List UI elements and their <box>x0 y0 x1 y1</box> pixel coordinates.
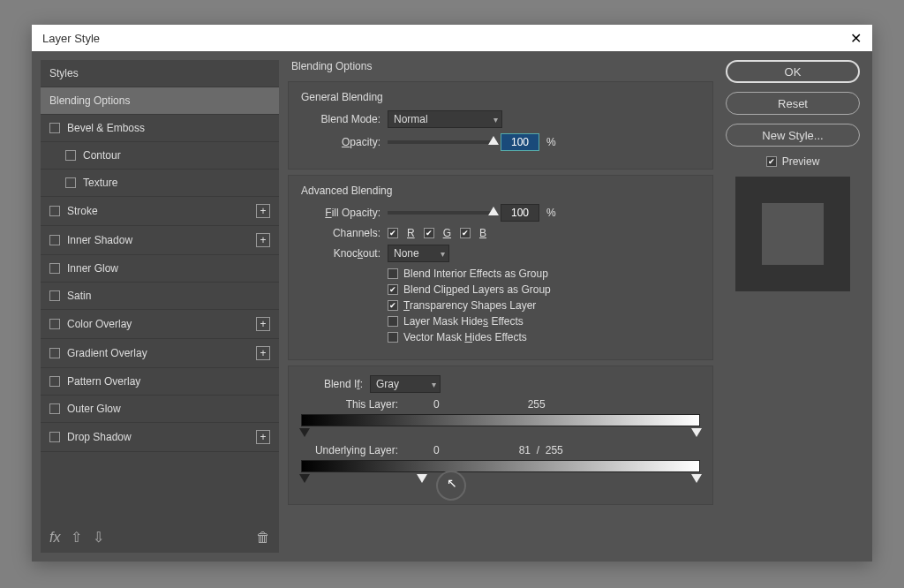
vector-mask-hides-label: Vector Mask Hides Effects <box>403 331 527 343</box>
plus-icon[interactable]: + <box>256 430 270 444</box>
sidebar-item-label: Gradient Overlay <box>67 347 147 359</box>
center-panel: Blending Options General Blending Blend … <box>288 60 713 553</box>
sidebar-item-label: Pattern Overlay <box>67 375 140 388</box>
checkbox-icon[interactable] <box>49 206 60 216</box>
plus-icon[interactable]: + <box>256 317 270 331</box>
sidebar-item-label: Outer Glow <box>67 403 121 415</box>
sidebar-item-contour[interactable]: Contour <box>41 142 279 170</box>
up-arrow-icon[interactable]: ⇧ <box>71 529 82 546</box>
panel-title: Blending Options <box>288 60 713 76</box>
sidebar-item-label: Contour <box>83 149 121 162</box>
sidebar-item-outer-glow[interactable]: Outer Glow <box>41 396 279 423</box>
sidebar-item-bevel-emboss[interactable]: Bevel & Emboss <box>41 115 279 142</box>
titlebar: Layer Style ✕ <box>32 25 872 51</box>
channel-b-label: B <box>479 227 486 239</box>
layer-style-dialog: Layer Style ✕ Styles Blending Options Be… <box>32 25 872 562</box>
new-style-button[interactable]: New Style... <box>726 124 860 147</box>
checkbox-icon[interactable] <box>49 235 60 245</box>
vector-mask-hides-checkbox[interactable] <box>388 332 398 343</box>
checkbox-icon[interactable] <box>49 432 60 442</box>
sidebar-item-inner-glow[interactable]: Inner Glow <box>41 255 279 283</box>
group-label: Advanced Blending <box>301 185 700 197</box>
checkbox-icon[interactable] <box>49 263 60 274</box>
group-label: General Blending <box>301 91 700 103</box>
fx-icon[interactable]: fx <box>49 530 60 546</box>
slider-thumb-icon[interactable] <box>488 136 499 145</box>
channel-b-checkbox[interactable] <box>460 228 471 238</box>
close-icon[interactable]: ✕ <box>850 30 862 47</box>
checkbox-icon[interactable] <box>49 123 60 133</box>
black-stop-icon[interactable] <box>299 428 310 437</box>
slider-thumb-icon[interactable] <box>488 207 499 215</box>
ok-button[interactable]: OK <box>726 60 860 83</box>
this-layer-low: 0 <box>433 398 440 411</box>
preview-swatch <box>735 177 850 291</box>
transparency-shapes-label: Transparency Shapes Layer <box>403 299 536 312</box>
sidebar-item-satin[interactable]: Satin <box>41 283 279 310</box>
blend-clipped-label: Blend Clipped Layers as Group <box>403 283 551 296</box>
opacity-input[interactable]: 100 <box>501 133 539 151</box>
plus-icon[interactable]: + <box>256 346 270 360</box>
window-title: Layer Style <box>42 32 100 45</box>
underlying-layer-slider[interactable] <box>301 460 700 476</box>
general-blending-group: General Blending Blend Mode: Normal Opac… <box>288 81 713 170</box>
channel-r-checkbox[interactable] <box>388 228 398 238</box>
separator: / <box>537 444 539 456</box>
white-stop-icon[interactable] <box>691 428 702 437</box>
knockout-select[interactable]: None <box>388 245 449 262</box>
down-arrow-icon[interactable]: ⇩ <box>93 529 104 546</box>
fill-opacity-slider[interactable] <box>388 211 493 215</box>
sidebar-item-inner-shadow[interactable]: Inner Shadow+ <box>41 226 279 255</box>
fill-opacity-input[interactable]: 100 <box>501 204 539 222</box>
underlying-low: 0 <box>433 444 440 456</box>
sidebar-item-drop-shadow[interactable]: Drop Shadow+ <box>41 423 279 452</box>
this-layer-high: 255 <box>528 398 546 411</box>
checkbox-icon[interactable] <box>49 290 60 301</box>
this-layer-slider[interactable] <box>301 414 700 430</box>
blend-mode-select[interactable]: Normal <box>388 110 502 128</box>
plus-icon[interactable]: + <box>256 233 270 247</box>
checkbox-icon[interactable] <box>65 177 76 188</box>
fill-opacity-label: Fill Opacity: <box>301 207 380 219</box>
sidebar-item-label: Inner Glow <box>67 262 118 275</box>
sidebar-item-pattern-overlay[interactable]: Pattern Overlay <box>41 368 279 396</box>
sidebar-item-stroke[interactable]: Stroke+ <box>41 197 279 226</box>
checkbox-icon[interactable] <box>49 348 60 358</box>
layer-mask-hides-checkbox[interactable] <box>388 316 398 327</box>
sidebar-item-label: Bevel & Emboss <box>67 122 145 134</box>
white-stop-icon[interactable] <box>691 474 702 483</box>
checkbox-icon[interactable] <box>49 319 60 329</box>
reset-button[interactable]: Reset <box>726 92 860 115</box>
sidebar-item-blending-options[interactable]: Blending Options <box>41 87 279 115</box>
sidebar-item-color-overlay[interactable]: Color Overlay+ <box>41 310 279 339</box>
blendif-label: Blend If: <box>301 378 363 390</box>
sidebar-item-label: Inner Shadow <box>67 234 132 246</box>
checkbox-icon[interactable] <box>65 150 76 161</box>
plus-icon[interactable]: + <box>256 204 270 218</box>
transparency-shapes-checkbox[interactable] <box>388 300 398 311</box>
underlying-mid: 81 <box>519 444 531 456</box>
channel-g-checkbox[interactable] <box>424 228 434 238</box>
percent-label: % <box>546 207 556 219</box>
sidebar-item-label: Satin <box>67 290 91 302</box>
gradient-track <box>301 414 700 426</box>
black-stop-icon[interactable] <box>299 474 310 483</box>
blend-clipped-checkbox[interactable] <box>388 284 398 295</box>
opacity-slider[interactable] <box>388 140 493 144</box>
trash-icon[interactable]: 🗑 <box>256 530 270 546</box>
blend-interior-label: Blend Interior Effects as Group <box>403 268 548 280</box>
preview-checkbox[interactable] <box>766 156 777 167</box>
blend-interior-checkbox[interactable] <box>388 268 398 279</box>
blendif-group: Blend If: Gray This Layer:0255 Underlyin… <box>288 366 713 505</box>
white-split-stop-icon[interactable] <box>417 474 427 483</box>
sidebar-item-label: Drop Shadow <box>67 431 132 443</box>
checkbox-icon[interactable] <box>49 376 60 387</box>
blendif-select[interactable]: Gray <box>370 375 441 393</box>
gradient-track <box>301 460 700 472</box>
sidebar-item-texture[interactable]: Texture <box>41 170 279 197</box>
channel-r-label: R <box>407 227 415 239</box>
advanced-blending-group: Advanced Blending Fill Opacity: 100 % Ch… <box>288 175 713 360</box>
checkbox-icon[interactable] <box>49 403 60 414</box>
sidebar-item-gradient-overlay[interactable]: Gradient Overlay+ <box>41 339 279 368</box>
preview-toggle[interactable]: Preview <box>766 155 820 168</box>
